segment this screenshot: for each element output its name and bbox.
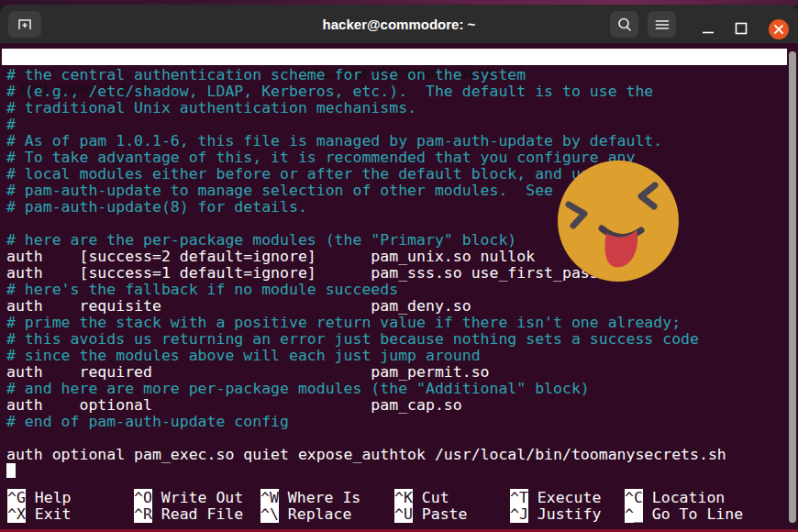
shortcut-key: ^U: [394, 505, 413, 523]
minimize-button[interactable]: [699, 20, 717, 39]
shortcut-key: ^_: [625, 505, 643, 523]
shortcut-execute[interactable]: ^T Execute: [510, 490, 625, 506]
shortcut-key: ^\: [260, 505, 279, 523]
minimize-icon: [699, 20, 717, 39]
shortcut-label: Go To Line: [643, 505, 743, 523]
tongue-out-emoji-sticker: [554, 156, 686, 288]
terminal-window[interactable]: /etc/pam.d/common-auth GNU nano 5.6.1 # …: [0, 43, 798, 529]
shortcut-label: Paste: [413, 505, 468, 523]
editor-line: [6, 430, 792, 447]
new-tab-icon: [15, 15, 35, 35]
editor-line: # this avoids us returning an error just…: [6, 331, 792, 348]
shortcut-help[interactable]: ^G Help: [7, 490, 134, 506]
terminal-scrollbar[interactable]: [789, 51, 796, 523]
shortcut-key: ^T: [510, 489, 528, 506]
shortcut-label: Justify: [528, 505, 601, 523]
shortcut-key: ^K: [394, 489, 413, 506]
shortcut-go-to-line[interactable]: ^_ Go To Line: [625, 506, 791, 523]
shortcut-key: ^X: [7, 505, 26, 523]
shortcut-key: ^G: [7, 489, 26, 506]
nano-shortcut-bar: ^G Help^X Exit^O Write Out^R Read File^W…: [0, 490, 791, 523]
shortcut-label: Location: [643, 489, 725, 506]
shortcut-write-out[interactable]: ^O Write Out: [134, 490, 260, 506]
shortcut-key: ^O: [134, 489, 152, 506]
shortcut-read-file[interactable]: ^R Read File: [134, 506, 260, 523]
shortcut-key: ^R: [134, 505, 152, 523]
shortcut-label: Help: [26, 489, 72, 506]
editor-line: auth optional pam_cap.so: [6, 397, 792, 414]
shortcut-label: Replace: [279, 505, 351, 523]
shortcut-label: Exit: [26, 505, 72, 523]
editor-line: # since the modules above will each just…: [6, 348, 792, 364]
close-icon: [769, 19, 789, 39]
shortcut-label: Cut: [413, 489, 449, 506]
hamburger-menu-icon: [653, 16, 671, 34]
screen: hacker@commodore: ~: [0, 0, 798, 532]
maximize-icon: [732, 19, 750, 38]
editor-line: # (e.g., /etc/shadow, LDAP, Kerberos, et…: [6, 83, 792, 100]
shortcut-exit[interactable]: ^X Exit: [7, 506, 134, 523]
shortcut-where-is[interactable]: ^W Where Is: [260, 490, 394, 506]
editor-line: # prime the stack with a positive return…: [6, 315, 792, 331]
text-cursor: [6, 463, 16, 478]
window-title: hacker@commodore: ~: [0, 17, 798, 32]
search-icon: [615, 16, 634, 34]
search-button[interactable]: [610, 11, 638, 38]
nano-titlebar: /etc/pam.d/common-auth GNU nano 5.6.1: [2, 49, 787, 65]
shortcut-key: ^C: [625, 489, 643, 506]
shortcut-cut[interactable]: ^K Cut: [394, 490, 510, 506]
editor-line: # the central authentication scheme for …: [6, 67, 792, 83]
shortcut-justify[interactable]: ^J Justify: [510, 506, 625, 523]
shortcut-paste[interactable]: ^U Paste: [394, 506, 510, 523]
window-titlebar: hacker@commodore: ~: [0, 5, 798, 43]
editor-line: # end of pam-auth-update config: [6, 414, 792, 430]
editor-line: #: [6, 116, 792, 133]
shortcut-key: ^W: [260, 489, 279, 506]
editor-line: # and here are more per-package modules …: [6, 381, 792, 397]
editor-line: auth required pam_permit.so: [6, 364, 792, 381]
menu-button[interactable]: [648, 11, 676, 38]
shortcut-label: Execute: [528, 489, 601, 506]
shortcut-label: Where Is: [279, 489, 360, 506]
maximize-button[interactable]: [732, 19, 750, 38]
shortcut-key: ^J: [510, 505, 528, 523]
editor-line: auth requisite pam_deny.so: [6, 298, 792, 315]
editor-line: # As of pam 1.0.1-6, this file is manage…: [6, 133, 792, 150]
shortcut-label: Read File: [152, 505, 243, 523]
close-button[interactable]: [769, 19, 789, 39]
editor-line: # traditional Unix authentication mechan…: [6, 100, 792, 116]
shortcut-label: Write Out: [152, 489, 243, 506]
editor-line: auth optional pam_exec.so quiet expose_a…: [6, 447, 792, 463]
shortcut-replace[interactable]: ^\ Replace: [260, 506, 394, 523]
new-tab-button[interactable]: [8, 11, 41, 38]
shortcut-location[interactable]: ^C Location: [625, 490, 791, 506]
